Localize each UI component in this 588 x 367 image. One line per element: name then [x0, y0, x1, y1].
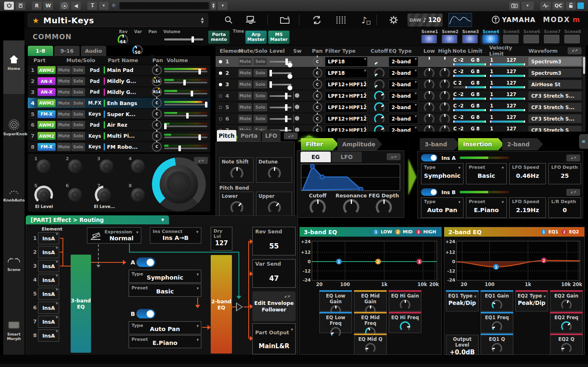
waveform-name[interactable]: AirHose St: [528, 80, 581, 89]
mute-button[interactable]: Mute: [57, 77, 71, 85]
eq1-type[interactable]: EQ1 Type Peak/Dip: [446, 291, 479, 311]
quick-controls-button[interactable]: QC: [552, 2, 564, 10]
tab-lfo[interactable]: LFO: [262, 130, 281, 141]
part-row[interactable]: 3 AN-X Mute Solo Pad Mildly G... R14: [28, 87, 210, 98]
element-pan-knob[interactable]: C: [313, 103, 322, 112]
note-limit[interactable]: C -2G 8: [452, 92, 489, 101]
volume-slider[interactable]: [164, 137, 207, 138]
scene-button-6[interactable]: Scene6: [523, 29, 540, 43]
eq1-freq[interactable]: EQ1 Freq: [481, 313, 513, 333]
filter-type-dropdown[interactable]: LPF12+HPF12: [325, 91, 368, 101]
3band-eq-graph[interactable]: +24+120-12-24 201001k10k20k 1 2 3: [301, 238, 441, 288]
tab-parts-1-8[interactable]: 1-8: [28, 46, 53, 56]
collapse-button[interactable]: «: [579, 134, 588, 149]
tab-parts-9-16[interactable]: 9-16: [54, 46, 80, 56]
output-level[interactable]: Output Level+0.0dB: [446, 335, 479, 355]
sidebar-item-scene[interactable]: Scene: [3, 253, 24, 290]
part-volume[interactable]: [164, 90, 207, 94]
velocity-limit[interactable]: 1127: [489, 92, 528, 101]
element-row-selected[interactable]: 1 MuteSolo C LPF18 2-band C -2G 8 1127 S…: [216, 56, 586, 67]
velocity-limit[interactable]: 1127: [489, 57, 528, 66]
cutoff-knob[interactable]: [374, 114, 385, 124]
part-pan-knob[interactable]: L16: [152, 76, 162, 86]
routing-b-toggle[interactable]: [136, 309, 155, 318]
mute-button[interactable]: Mute: [238, 115, 252, 123]
solo-button[interactable]: Solo: [254, 69, 267, 77]
search-button[interactable]: [220, 14, 237, 26]
eq2-freq[interactable]: EQ2 Freq: [550, 313, 583, 333]
read-automation-button[interactable]: R: [32, 2, 42, 10]
sidebar-item-home[interactable]: Home: [3, 41, 24, 94]
expand-icon[interactable]: [387, 153, 401, 160]
detune-knob[interactable]: [268, 167, 281, 180]
store-button[interactable]: [243, 14, 259, 26]
tab-filter-lfo[interactable]: LFO: [332, 152, 362, 162]
feg-depth-knob[interactable]: [376, 199, 392, 215]
eq-type-dropdown[interactable]: 2-band: [389, 68, 418, 78]
element-switch[interactable]: [293, 103, 294, 112]
mute-button[interactable]: Mute: [57, 143, 71, 151]
volume-slider[interactable]: [164, 104, 207, 105]
eq-hi-gain[interactable]: EQ Hi Gain: [389, 291, 421, 311]
eq-high-knob[interactable]: [439, 114, 450, 124]
note-limit[interactable]: C 2G 8: [452, 80, 489, 89]
ins-b-preset[interactable]: Preset E.Piano: [466, 197, 507, 218]
preset-dropdown-button[interactable]: [99, 2, 109, 10]
element-row[interactable]: 6 MuteSolo C LPF12+HPF12 2-band C -2G 8 …: [216, 113, 586, 124]
solo-button[interactable]: Solo: [71, 132, 85, 140]
var-send-knob[interactable]: 50: [132, 45, 143, 56]
pitch-bend-lower-knob[interactable]: [230, 201, 243, 214]
part-volume[interactable]: [164, 123, 207, 127]
part-row[interactable]: 1 AWM2 Mute Solo Pad Main Pad C: [28, 65, 210, 76]
level-slider[interactable]: [270, 95, 292, 97]
part-pan-knob[interactable]: C: [152, 142, 162, 152]
tab-insertion[interactable]: Insertion: [458, 138, 504, 150]
scene-button-2[interactable]: Scene2: [442, 29, 458, 43]
b-preset-box[interactable]: Preset E.Piano: [129, 335, 201, 348]
ins-a-lfo-speed[interactable]: LFO Speed 0.46Hz: [509, 163, 546, 184]
eq-low-knob[interactable]: [424, 56, 434, 67]
level-slider[interactable]: [270, 84, 292, 85]
filter-type-dropdown[interactable]: LPF12+HPF12: [325, 125, 368, 132]
eq-type-dropdown[interactable]: 2-band: [389, 114, 418, 124]
routing-2band-eq-block[interactable]: 2-bandEQ: [211, 255, 232, 354]
element-ins-dropdown[interactable]: InsA: [38, 288, 59, 300]
assign-knob-3[interactable]: [100, 159, 114, 173]
element-pan-knob[interactable]: C: [313, 80, 322, 89]
assign-knob-4[interactable]: [131, 159, 145, 173]
assign-knob-2[interactable]: [68, 159, 82, 173]
mute-button[interactable]: Mute: [57, 110, 71, 118]
solo-button[interactable]: Solo: [71, 77, 85, 85]
eq-low-knob[interactable]: [424, 114, 434, 124]
arpeggio-button[interactable]: ♪: [356, 14, 372, 26]
eq-hi-freq[interactable]: EQ Hi Freq: [389, 313, 421, 333]
performance-stepper[interactable]: ▲▼: [201, 17, 204, 24]
level-slider[interactable]: [270, 118, 292, 120]
solo-button[interactable]: Solo: [71, 99, 85, 107]
tab-porta[interactable]: Porta: [237, 130, 261, 141]
solo-button[interactable]: Solo: [71, 110, 85, 118]
element-switch[interactable]: [293, 114, 294, 123]
element-ins-dropdown[interactable]: InsA: [38, 246, 59, 258]
filter-cutoff-knob[interactable]: [310, 199, 326, 215]
eq1-gain[interactable]: EQ1 Gain: [481, 291, 513, 311]
tab-eg[interactable]: EG: [301, 152, 331, 162]
velocity-limit[interactable]: 1127: [489, 126, 528, 132]
eq-type-dropdown[interactable]: 2-band: [389, 125, 418, 132]
scene-button-7[interactable]: Scene7: [544, 29, 560, 43]
note-limit[interactable]: C -2G 8: [452, 126, 489, 132]
mute-button[interactable]: Mute: [57, 66, 71, 74]
automation-mode-button[interactable]: a: [60, 2, 69, 10]
eq-high-knob[interactable]: [439, 56, 450, 67]
level-slider[interactable]: [270, 61, 292, 63]
rev-send-box[interactable]: Rev Send 55: [252, 227, 296, 255]
cutoff-knob[interactable]: [374, 68, 385, 78]
part-row[interactable]: 7 AWM2 Mute Solo Keys Multi Pi... C: [28, 130, 210, 141]
note-shift-knob[interactable]: [230, 167, 243, 180]
scene-button-4[interactable]: Scene4: [483, 29, 499, 43]
daw-tempo-badge[interactable]: DAW ♪ 120: [408, 13, 443, 27]
cutoff-knob[interactable]: [374, 79, 385, 90]
dry-level-box[interactable]: Dry Lvl 127: [211, 227, 232, 251]
edit-envelope-follower-button[interactable]: Edit EnvelopeFollower: [252, 291, 296, 321]
cutoff-knob[interactable]: [374, 56, 385, 67]
